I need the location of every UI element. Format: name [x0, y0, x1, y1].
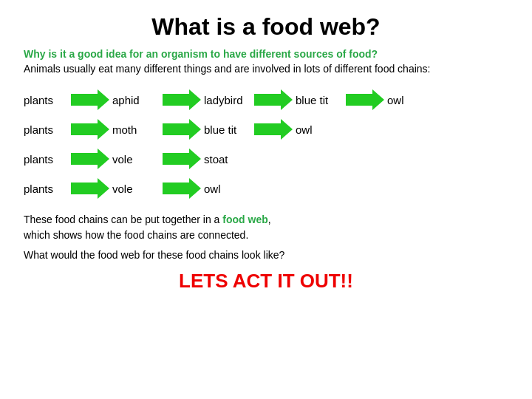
chain-1-item-0: plants	[24, 94, 68, 106]
arrow-icon	[254, 88, 293, 112]
arrow-icon	[163, 147, 201, 171]
svg-marker-9	[71, 178, 109, 199]
arrow-icon	[346, 88, 384, 112]
chain-3-item-1: vole	[112, 153, 160, 166]
intro-text: Animals usually eat many different thing…	[24, 63, 508, 75]
footer-line2: which shows how the food chains are conn…	[24, 229, 248, 241]
chain-row-3: plants vole stoat	[24, 147, 508, 171]
chain-4-item-1: vole	[112, 183, 160, 195]
svg-marker-3	[346, 89, 384, 110]
chain-3-item-2: stoat	[204, 153, 251, 166]
chain-1-item-1: aphid	[112, 94, 160, 106]
chain-2-item-1: moth	[112, 123, 160, 136]
svg-marker-0	[71, 89, 109, 110]
svg-marker-2	[254, 89, 293, 110]
footer-suffix: ,	[268, 214, 271, 225]
arrow-icon	[163, 117, 201, 141]
cta-text: LETS ACT IT OUT!!	[24, 270, 508, 293]
arrow-icon	[163, 88, 201, 112]
chain-3-item-0: plants	[24, 153, 68, 166]
food-chains: plants aphid ladybird blue tit owl plant…	[24, 88, 508, 200]
svg-marker-7	[71, 149, 109, 169]
arrow-icon	[254, 117, 293, 141]
chain-2-item-2: blue tit	[204, 123, 251, 136]
arrow-icon	[163, 177, 201, 200]
svg-marker-10	[163, 178, 201, 199]
chain-4-item-0: plants	[24, 183, 68, 195]
chain-row-2: plants moth blue tit owl	[24, 117, 508, 141]
footer-line1: These food chains can be put together in…	[24, 212, 508, 243]
page-title: What is a food web?	[24, 13, 508, 41]
chain-2-item-3: owl	[296, 123, 343, 136]
chain-1-item-4: owl	[387, 94, 434, 106]
arrow-icon	[71, 88, 109, 112]
svg-marker-5	[163, 119, 201, 140]
svg-marker-4	[71, 119, 109, 140]
svg-marker-6	[254, 119, 293, 140]
question-text: What would the food web for these food c…	[24, 249, 508, 261]
chain-row-4: plants vole owl	[24, 177, 508, 200]
chain-1-item-2: ladybird	[204, 94, 251, 106]
food-web-link: food web	[222, 214, 267, 225]
chain-4-item-2: owl	[204, 183, 251, 195]
footer-prefix: These food chains can be put together in…	[24, 214, 222, 225]
chain-2-item-0: plants	[24, 123, 68, 136]
arrow-icon	[71, 147, 109, 171]
subtitle: Why is it a good idea for an organism to…	[24, 48, 508, 60]
arrow-icon	[71, 177, 109, 200]
arrow-icon	[71, 117, 109, 141]
chain-1-item-3: blue tit	[296, 94, 343, 106]
svg-marker-8	[163, 149, 201, 169]
svg-marker-1	[163, 89, 201, 110]
chain-row-1: plants aphid ladybird blue tit owl	[24, 88, 508, 112]
